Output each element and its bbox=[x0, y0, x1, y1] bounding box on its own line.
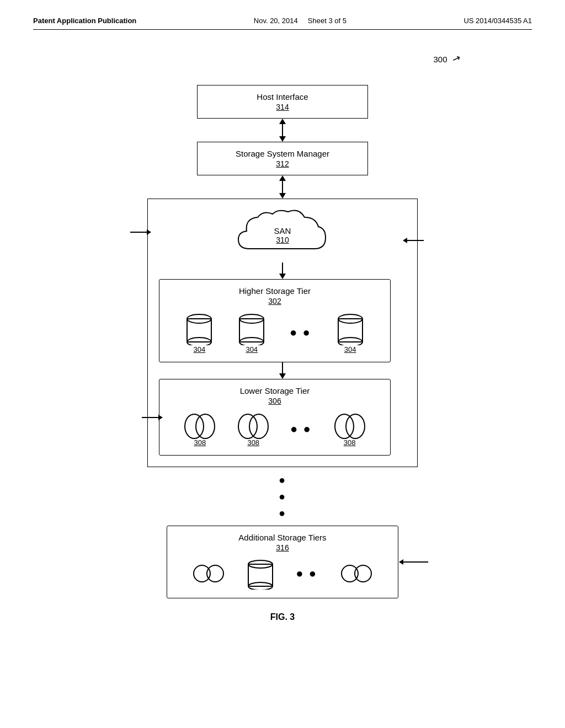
additional-right-arrow bbox=[399, 559, 428, 565]
patent-page: Patent Application Publication Nov. 20, … bbox=[0, 0, 565, 728]
lower-tier-dots: ● ● bbox=[290, 422, 313, 436]
svg-point-9 bbox=[185, 414, 204, 438]
additional-tier-label: Additional Storage Tiers bbox=[175, 533, 390, 542]
top-section: Host Interface 314 Storage System Manage… bbox=[33, 85, 532, 598]
svg-point-14 bbox=[346, 414, 365, 438]
lower-left-arrow bbox=[142, 415, 163, 420]
arrowhead-right-san bbox=[147, 229, 151, 235]
additional-circle-pair-2 bbox=[340, 560, 373, 587]
arrow-ssm-san bbox=[279, 175, 286, 199]
arrow-line-2 bbox=[282, 181, 283, 193]
fig-label: FIG. 3 bbox=[270, 612, 295, 622]
arrowhead-down-4 bbox=[279, 373, 286, 379]
lower-storage-tier-box: Lower Storage Tier 306 308 bbox=[159, 379, 391, 456]
arrow-line-1 bbox=[282, 124, 283, 136]
cylinder-icon-2: 304 bbox=[237, 311, 266, 354]
svg-point-21 bbox=[355, 565, 371, 582]
additional-storage-tier-box: Additional Storage Tiers 316 bbox=[167, 526, 398, 598]
circle-disk-pair-2: 308 bbox=[237, 411, 270, 447]
arrow-host-ssm bbox=[279, 119, 286, 142]
horiz-line-right bbox=[407, 240, 424, 241]
svg-point-20 bbox=[342, 565, 358, 582]
arrowhead-down-3 bbox=[279, 274, 286, 279]
additional-circle-pair-1 bbox=[192, 560, 225, 587]
header-patent-number: US 2014/0344535 A1 bbox=[463, 17, 532, 25]
arrow-higher-lower bbox=[159, 362, 406, 379]
higher-tier-icons: 304 304 ● bbox=[168, 311, 382, 354]
higher-storage-tier-box: Higher Storage Tier 302 304 bbox=[159, 279, 391, 362]
san-cloud: SAN 310 bbox=[233, 207, 332, 263]
host-interface-box: Host Interface 314 bbox=[197, 85, 368, 119]
arrowhead-left-san bbox=[403, 238, 407, 243]
ssm-label: Storage System Manager bbox=[214, 149, 351, 158]
additional-cylinder bbox=[247, 558, 274, 590]
san-left-incoming-arrow bbox=[130, 229, 151, 235]
ref300-area: 300 ↙ bbox=[33, 52, 532, 85]
cylinder-icon-1: 304 bbox=[185, 311, 214, 354]
lower-tier-ref: 306 bbox=[168, 397, 382, 405]
header-date-sheet: Nov. 20, 2014 Sheet 3 of 5 bbox=[254, 17, 347, 25]
higher-tier-ref: 302 bbox=[168, 297, 382, 306]
svg-point-15 bbox=[194, 565, 210, 582]
vert-dots: ● ● ● bbox=[279, 472, 286, 521]
lower-tier-icons: 308 308 bbox=[168, 411, 382, 447]
arrowhead-up-2 bbox=[279, 175, 286, 181]
circle-disk-pair-1: 308 bbox=[183, 411, 216, 447]
svg-point-11 bbox=[238, 414, 257, 438]
additional-tier-ref: 316 bbox=[175, 543, 390, 552]
host-interface-ref: 314 bbox=[225, 103, 340, 111]
ssm-ref: 312 bbox=[214, 159, 351, 168]
arrow-line-4 bbox=[282, 362, 283, 373]
san-wrapper: SAN 310 bbox=[159, 207, 406, 263]
page-header: Patent Application Publication Nov. 20, … bbox=[33, 17, 532, 30]
arrow-san-higher bbox=[159, 263, 406, 279]
circle-disk-pair-3: 308 bbox=[333, 411, 366, 447]
higher-tier-dots: ● ● bbox=[290, 325, 312, 340]
arrowhead-up-1 bbox=[279, 119, 286, 124]
ssm-box: Storage System Manager 312 bbox=[197, 142, 368, 175]
header-publication-label: Patent Application Publication bbox=[33, 17, 136, 25]
outer-box: SAN 310 Higher Storage Tier 302 bbox=[147, 199, 418, 467]
svg-point-12 bbox=[249, 414, 268, 438]
arrow-line-3 bbox=[282, 263, 283, 274]
additional-tier-dots: ● ● bbox=[296, 566, 318, 581]
lower-tier-label: Lower Storage Tier bbox=[168, 386, 382, 395]
arrowhead-down-2 bbox=[279, 193, 286, 199]
horiz-line-left bbox=[130, 232, 147, 233]
diagram-area: 300 ↙ Host Interface 314 Storage System … bbox=[33, 41, 532, 622]
cylinder-icon-3: 304 bbox=[336, 311, 365, 354]
svg-point-16 bbox=[207, 565, 223, 582]
san-right-arrow bbox=[403, 238, 424, 243]
additional-tier-icons: ● ● bbox=[175, 558, 390, 590]
higher-tier-label: Higher Storage Tier bbox=[168, 286, 382, 296]
arrowhead-down-1 bbox=[279, 136, 286, 142]
svg-point-13 bbox=[335, 414, 354, 438]
san-text: SAN 310 bbox=[274, 226, 291, 244]
host-interface-label: Host Interface bbox=[225, 92, 340, 101]
svg-point-10 bbox=[196, 414, 215, 438]
ref-300-label: 300 ↙ bbox=[434, 55, 460, 65]
